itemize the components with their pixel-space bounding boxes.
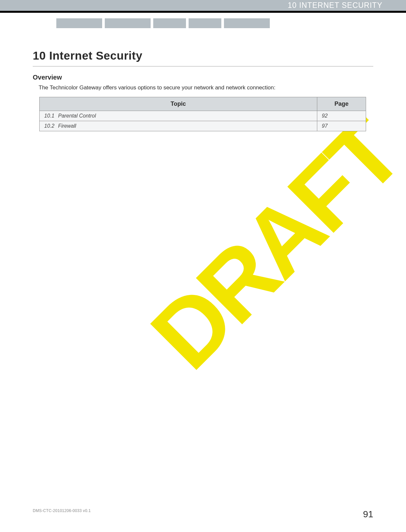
overview-text: The Technicolor Gateway offers various o… — [39, 84, 373, 91]
section-heading: Overview — [33, 74, 373, 81]
header-title-text: 10 INTERNET SECURITY — [288, 1, 382, 10]
tab-placeholder — [189, 18, 221, 28]
topic-title: Firewall — [58, 123, 76, 129]
page-cell: 97 — [317, 121, 366, 131]
table-header-topic: Topic — [40, 97, 317, 111]
topic-title: Parental Control — [58, 113, 96, 119]
tabs-row — [0, 13, 406, 28]
page-content: 10 Internet Security Overview The Techni… — [33, 49, 373, 131]
topic-cell[interactable]: 10.2 Firewall — [40, 121, 317, 131]
draft-watermark: DRAFT — [130, 99, 406, 390]
topic-number: 10.2 — [44, 123, 57, 129]
table-header-row: Topic Page — [40, 97, 366, 111]
tab-placeholder — [153, 18, 186, 28]
topic-cell[interactable]: 10.1 Parental Control — [40, 111, 317, 121]
tab-placeholder — [224, 18, 270, 28]
topic-number: 10.1 — [44, 113, 57, 119]
table-row: 10.1 Parental Control 92 — [40, 111, 366, 121]
page-cell: 92 — [317, 111, 366, 121]
tab-placeholder — [56, 18, 102, 28]
chapter-title: 10 Internet Security — [33, 49, 373, 66]
table-row: 10.2 Firewall 97 — [40, 121, 366, 131]
footer-page-number: 91 — [363, 509, 373, 520]
topics-table: Topic Page 10.1 Parental Control 92 10.2… — [39, 97, 366, 131]
tab-placeholder — [105, 18, 151, 28]
footer-doc-id: DMS-CTC-20101206-0033 v0.1 — [33, 508, 91, 513]
header-title: 10 INTERNET SECURITY — [0, 0, 406, 11]
table-header-page: Page — [317, 97, 366, 111]
